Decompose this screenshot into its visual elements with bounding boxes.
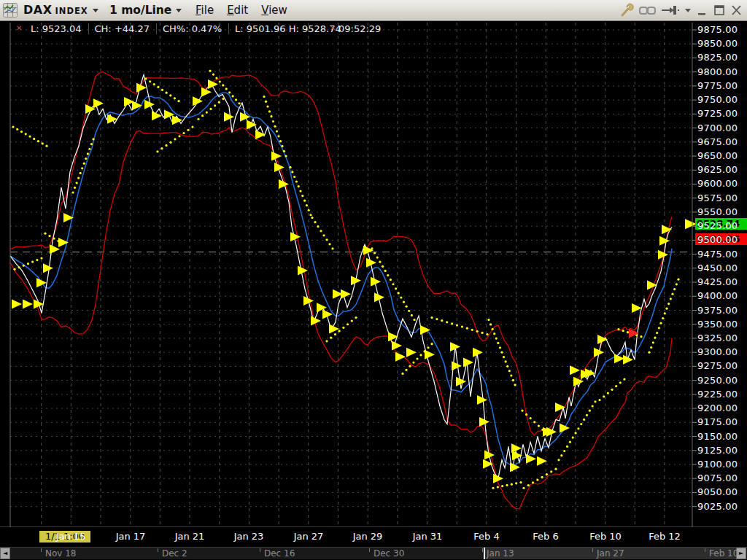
date-axis-label: Jan 31 bbox=[404, 531, 451, 542]
date-axis-label: Feb 12 bbox=[641, 531, 688, 542]
scrollbar-date-label: Feb 10 bbox=[709, 548, 738, 559]
scrollbar-tick bbox=[705, 548, 705, 552]
legend-field: CH%: 0.47% bbox=[157, 23, 229, 34]
date-axis-label: Jan 23 bbox=[225, 531, 272, 542]
chevron-down-icon bbox=[176, 9, 182, 12]
title-bar: DAXINDEX 1 mo/Line FileEditView bbox=[0, 0, 747, 21]
scrollbar-date-label: Nov 18 bbox=[45, 548, 77, 559]
lower-band-line bbox=[10, 128, 672, 509]
scrollbar-tick bbox=[369, 548, 370, 552]
minimize-icon[interactable] bbox=[696, 0, 709, 20]
scrollbar-tick bbox=[41, 548, 42, 552]
scrollbar-tick bbox=[592, 548, 593, 552]
link-icon[interactable] bbox=[638, 0, 657, 20]
clock-close-icon[interactable]: ✕ bbox=[330, 24, 336, 32]
scrollbar-date-label: Dec 16 bbox=[264, 548, 295, 559]
price-axis-ticks bbox=[692, 30, 697, 507]
date-axis-label: Feb 4 bbox=[463, 531, 510, 542]
scrollbar-date-label: Dec 30 bbox=[374, 548, 404, 559]
terminal-window: DAXINDEX 1 mo/Line FileEditView bbox=[0, 0, 747, 560]
scrollbar-date-label: Jan 27 bbox=[597, 548, 624, 559]
wrench-icon[interactable] bbox=[619, 0, 634, 20]
date-axis-label: Jan 21 bbox=[166, 531, 213, 542]
symbol-type: INDEX bbox=[55, 6, 88, 16]
scroll-left-button[interactable]: ◄ bbox=[0, 548, 10, 559]
ma-line bbox=[10, 93, 672, 466]
grid-horizontal-lines bbox=[10, 30, 692, 507]
date-axis-label: Jan 27 bbox=[285, 531, 332, 542]
scrollbar-date-label: Dec 2 bbox=[162, 548, 187, 559]
legend-fields: L: 9523.04CH: +44.27CH%: 0.47%L: 9501.96… bbox=[25, 23, 348, 34]
price-chart[interactable] bbox=[0, 20, 747, 560]
pin-icon[interactable] bbox=[661, 0, 680, 20]
toolbar-icons bbox=[619, 0, 744, 20]
date-axis: 1/1 1:00 Jan 15Jan 17Jan 21Jan 23Jan 27J… bbox=[0, 527, 747, 547]
grid-vertical-lines bbox=[42, 23, 665, 526]
date-axis-label: Feb 10 bbox=[582, 531, 629, 542]
toolbar-dropdown-icon[interactable] bbox=[684, 0, 692, 20]
menu-edit[interactable]: Edit bbox=[227, 4, 248, 17]
date-axis-label: Jan 15 bbox=[47, 531, 94, 542]
scrollbar-date-label: Jan 13 bbox=[487, 548, 514, 559]
scrollbar-tick bbox=[482, 548, 483, 552]
scrollbar-tick bbox=[158, 548, 158, 552]
date-axis-label: Jan 29 bbox=[344, 531, 391, 542]
menu-view[interactable]: View bbox=[261, 4, 287, 17]
date-axis-label: Feb 6 bbox=[522, 531, 569, 542]
clock-label: 09:52:29 bbox=[338, 23, 381, 34]
legend-field: CH: +44.27 bbox=[89, 23, 157, 34]
app-chart-icon bbox=[3, 3, 18, 18]
sar-dots bbox=[12, 70, 679, 489]
scrollbar-position-marker[interactable] bbox=[484, 548, 485, 559]
chevron-down-icon bbox=[93, 9, 98, 12]
close-icon[interactable] bbox=[729, 0, 744, 20]
date-axis-label: Jan 17 bbox=[107, 531, 154, 542]
current-price-arrow-icon bbox=[685, 219, 697, 229]
chart-series bbox=[10, 70, 680, 509]
price-line bbox=[10, 75, 672, 478]
chart-legend-row: ✕ L: 9523.04CH: +44.27CH%: 0.47%L: 9501.… bbox=[0, 23, 747, 35]
timeline-scrollbar[interactable]: ◄ ► Nov 18Dec 2Dec 16Dec 30Jan 13Jan 27F… bbox=[0, 547, 747, 559]
menu-bar: FileEditView bbox=[196, 2, 301, 18]
maximize-icon[interactable] bbox=[713, 0, 726, 20]
period-selector[interactable]: 1 mo/Line bbox=[109, 2, 182, 18]
menu-file[interactable]: File bbox=[196, 4, 214, 17]
scrollbar-tick bbox=[260, 548, 260, 552]
symbol-name: DAX bbox=[23, 3, 53, 17]
legend-close-icon[interactable]: ✕ bbox=[16, 24, 22, 32]
legend-field: L: 9523.04 bbox=[25, 23, 89, 34]
period-label: 1 mo/Line bbox=[109, 4, 171, 17]
symbol-selector[interactable]: DAXINDEX bbox=[23, 2, 98, 18]
